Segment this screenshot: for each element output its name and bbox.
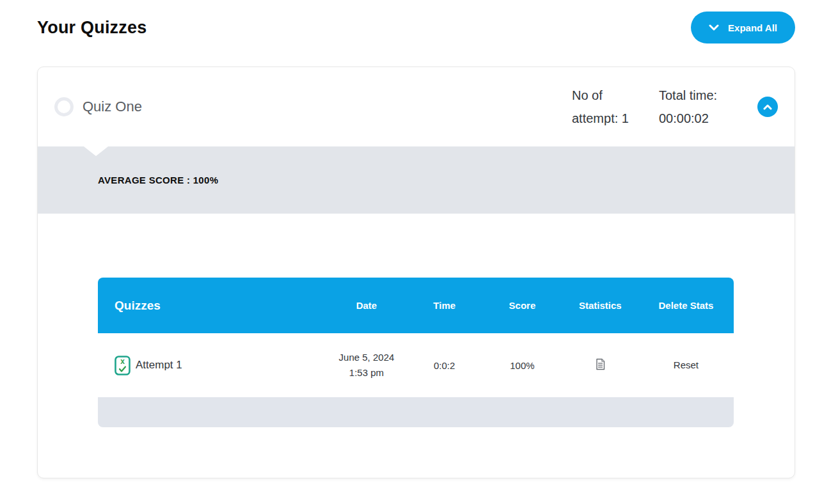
table-row: x Attempt 1 June 5, 2024 1:53 pm 0:0:2 1… [98, 333, 734, 397]
table-header-score: Score [482, 300, 562, 311]
chevron-down-icon [709, 24, 719, 31]
attempt-cell: x Attempt 1 [98, 356, 327, 375]
chevron-up-icon [763, 104, 772, 110]
quiz-progress-ring-icon [54, 97, 74, 116]
attempt-name: Attempt 1 [136, 359, 182, 372]
attempts-table: Quizzes Date Time Score Statistics Delet… [98, 278, 734, 427]
total-time-label: Total time: 00:00:02 [659, 84, 727, 130]
quiz-accordion-header[interactable]: Quiz One No of attempt: 1 Total time: 00… [38, 67, 794, 146]
document-report-icon [596, 358, 605, 370]
table-header-row: Quizzes Date Time Score Statistics Delet… [98, 278, 734, 333]
expand-all-button[interactable]: Expand All [691, 12, 795, 43]
attempt-time-of-day: 1:53 pm [327, 365, 406, 381]
table-header-date: Date [327, 300, 406, 311]
quiz-name: Quiz One [83, 98, 142, 115]
reset-button[interactable]: Reset [674, 359, 699, 370]
table-header-statistics: Statistics [562, 300, 638, 311]
table-header-delete-stats: Delete Stats [638, 300, 734, 311]
attempt-score: 100% [482, 360, 562, 371]
statistics-button[interactable] [596, 358, 605, 372]
collapse-button[interactable] [757, 97, 778, 117]
svg-text:x: x [120, 357, 125, 366]
attempt-delete-cell: Reset [638, 359, 734, 371]
attempt-duration: 0:0:2 [406, 360, 482, 371]
table-footer-band [98, 397, 734, 427]
average-score-label: AVERAGE SCORE : 100% [98, 175, 218, 185]
average-score-band: AVERAGE SCORE : 100% [38, 146, 794, 214]
page-header: Your Quizzes Expand All [0, 0, 822, 43]
quiz-checklist-icon: x [115, 356, 130, 375]
page-title: Your Quizzes [37, 18, 146, 38]
quiz-card: Quiz One No of attempt: 1 Total time: 00… [37, 67, 795, 478]
attempt-statistics-cell [562, 358, 638, 373]
attempt-date: June 5, 2024 [327, 350, 406, 365]
table-header-quizzes: Quizzes [98, 299, 327, 313]
attempt-date-cell: June 5, 2024 1:53 pm [327, 350, 406, 381]
table-header-time: Time [406, 300, 482, 311]
expand-all-label: Expand All [728, 22, 777, 33]
attempt-count-label: No of attempt: 1 [572, 84, 640, 130]
